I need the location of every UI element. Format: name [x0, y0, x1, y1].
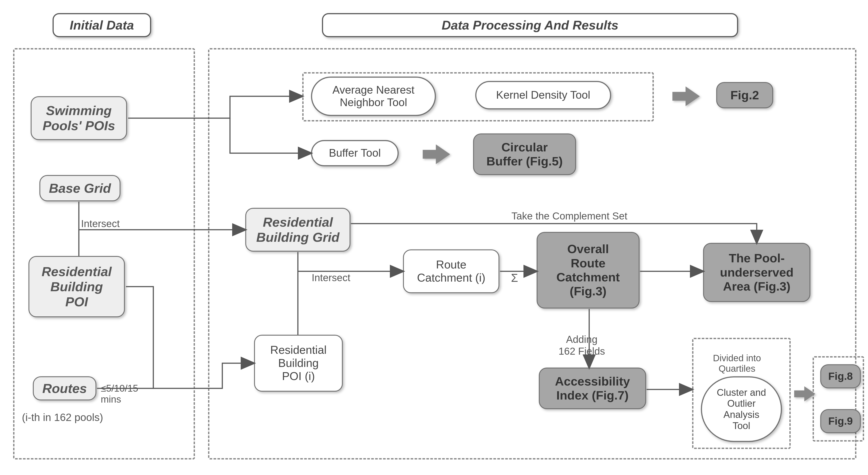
routes-label: Routes: [42, 381, 87, 396]
node-res-building-poi-i: Residential Building POI (i): [254, 335, 343, 392]
fig8-label: Fig.8: [828, 370, 852, 382]
node-route-catchment-i: Route Catchment (i): [403, 249, 499, 293]
base-grid-label: Base Grid: [49, 181, 111, 196]
residential-poi-label: Residential Building POI: [42, 264, 112, 309]
cluster-tool-label: Cluster and Outlier Analysis Tool: [717, 387, 766, 431]
label-adding-fields: Adding 162 Fields: [559, 321, 605, 357]
header-processing: Data Processing And Results: [322, 13, 738, 37]
label-take-complement: Take the Complement Set: [512, 210, 627, 222]
arrow-to-circular-buffer: [423, 143, 451, 166]
res-building-poi-i-label: Residential Building POI (i): [270, 343, 327, 383]
header-processing-label: Data Processing And Results: [442, 18, 619, 33]
node-buffer-tool: Buffer Tool: [311, 140, 399, 166]
node-fig8: Fig.8: [820, 364, 861, 388]
node-cluster-tool: Cluster and Outlier Analysis Tool: [701, 376, 782, 442]
node-overall-route: Overall Route Catchment (Fig.3): [537, 232, 640, 308]
node-circular-buffer: Circular Buffer (Fig.5): [473, 133, 576, 175]
node-avg-nn-tool: Average Nearest Neighbor Tool: [311, 76, 436, 116]
accessibility-label: Accessibility Index (Fig.7): [555, 374, 630, 403]
node-underserved: The Pool- underserved Area (Fig.3): [703, 243, 810, 302]
node-residential-poi: Residential Building POI: [29, 256, 125, 317]
node-kernel-tool: Kernel Density Tool: [475, 81, 611, 109]
kernel-tool-label: Kernel Density Tool: [496, 89, 590, 102]
swimming-pools-label: Swimming Pools' POIs: [42, 103, 115, 133]
node-base-grid: Base Grid: [39, 175, 121, 201]
node-routes: Routes: [33, 376, 96, 400]
label-sigma: Σ: [511, 271, 518, 284]
buffer-tool-label: Buffer Tool: [329, 147, 381, 160]
overall-route-label: Overall Route Catchment (Fig.3): [556, 242, 620, 299]
label-intersect-1: Intersect: [81, 218, 120, 230]
header-initial-label: Initial Data: [70, 18, 134, 33]
arrow-to-fig2: [673, 85, 701, 108]
node-accessibility: Accessibility Index (Fig.7): [539, 368, 646, 409]
route-catchment-i-label: Route Catchment (i): [417, 258, 485, 284]
label-intersect-2: Intersect: [312, 272, 350, 283]
underserved-label: The Pool- underserved Area (Fig.3): [720, 251, 794, 294]
fig2-label: Fig.2: [731, 88, 759, 102]
fig9-label: Fig.9: [828, 415, 852, 427]
label-routes-cond: ≤5/10/15 mins: [101, 372, 138, 405]
node-res-building-grid: Residential Building Grid: [245, 208, 350, 251]
node-swimming-pools: Swimming Pools' POIs: [31, 96, 127, 140]
arrow-to-fig89: [794, 385, 816, 403]
res-building-grid-label: Residential Building Grid: [256, 215, 340, 245]
avg-nn-tool-label: Average Nearest Neighbor Tool: [333, 84, 414, 109]
node-fig2: Fig.2: [716, 82, 773, 108]
circular-buffer-label: Circular Buffer (Fig.5): [487, 140, 563, 168]
label-quartiles: Divided into Quartiles: [713, 342, 761, 374]
node-fig9: Fig.9: [820, 409, 861, 433]
header-initial-data: Initial Data: [53, 13, 151, 37]
label-ith: (i-th in 162 pools): [22, 411, 103, 423]
diagram-canvas: Initial Data Data Processing And Results…: [0, 0, 868, 475]
